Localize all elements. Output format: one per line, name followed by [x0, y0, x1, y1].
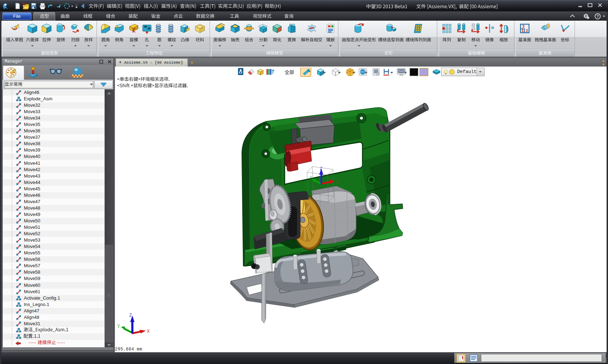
svg-text:?: ? [597, 14, 599, 19]
